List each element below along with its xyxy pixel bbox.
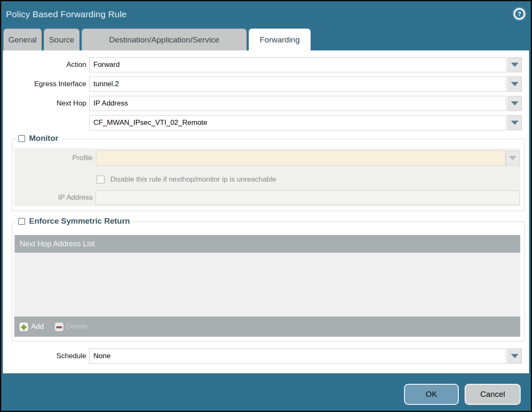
next-hop-dropdown-button[interactable] — [508, 96, 522, 111]
schedule-select[interactable]: None — [89, 349, 506, 364]
enforce-symmetric-return-checkbox[interactable] — [18, 218, 25, 225]
action-select[interactable]: Forward — [89, 57, 506, 72]
action-row: Action Forward — [3, 57, 529, 72]
help-icon: ? — [518, 11, 521, 17]
action-dropdown-button[interactable] — [508, 57, 522, 72]
next-hop-address-field[interactable]: CF_MWAN_IPsec_VTI_02_Remote — [89, 115, 506, 130]
monitor-checkbox[interactable] — [18, 135, 25, 142]
add-button[interactable]: Add — [19, 322, 44, 331]
profile-row: Profile — [14, 151, 520, 166]
next-hop-address-row: CF_MWAN_IPsec_VTI_02_Remote — [3, 115, 529, 130]
action-label: Action — [3, 57, 86, 72]
monitor-legend: Monitor — [16, 134, 62, 143]
chevron-down-icon — [511, 63, 519, 67]
next-hop-label: Next Hop — [3, 96, 86, 111]
egress-interface-dropdown-button[interactable] — [508, 77, 522, 92]
table-header-next-hop-address-list[interactable]: Next Hop Address List — [14, 235, 520, 253]
ip-address-field — [96, 190, 520, 205]
chevron-down-icon — [511, 101, 519, 106]
profile-label: Profile — [14, 151, 93, 166]
next-hop-row: Next Hop IP Address — [3, 96, 529, 111]
disable-rule-row: Disable this rule if nexthop/monitor ip … — [14, 174, 520, 185]
tab-destination-application-service-label: Destination/Application/Service — [109, 35, 219, 45]
page-title: Policy Based Forwarding Rule — [6, 9, 127, 19]
profile-field — [96, 151, 505, 166]
ok-button[interactable]: OK — [404, 384, 459, 405]
monitor-section: Monitor Profile Disable this rule if nex… — [12, 139, 525, 211]
add-button-label: Add — [31, 322, 44, 331]
plus-icon — [19, 322, 28, 331]
next-hop-address-dropdown-button[interactable] — [508, 115, 522, 130]
next-hop-type-select[interactable]: IP Address — [89, 96, 506, 111]
monitor-legend-label: Monitor — [29, 134, 59, 143]
forwarding-tab-panel: Action Forward Egress Interface tunnel.2… — [3, 50, 529, 373]
schedule-dropdown-button[interactable] — [508, 349, 522, 364]
monitor-ip-address-row: IP Address — [14, 190, 520, 205]
ip-address-label: IP Address — [14, 190, 93, 205]
delete-button: Delete — [55, 322, 87, 331]
next-hop-address-list-body — [14, 253, 520, 317]
enforce-symmetric-return-legend-label: Enforce Symmetric Return — [29, 217, 130, 226]
tab-forwarding[interactable]: Forwarding — [249, 29, 311, 50]
delete-button-label: Delete — [66, 322, 87, 331]
chevron-down-icon — [511, 82, 519, 86]
enforce-symmetric-return-legend: Enforce Symmetric Return — [16, 217, 133, 226]
profile-dropdown-button — [505, 151, 520, 166]
tab-source-label: Source — [49, 35, 74, 45]
tab-general-label: General — [8, 35, 37, 45]
chevron-down-icon — [511, 121, 519, 125]
schedule-label: Schedule — [3, 349, 86, 364]
cancel-button[interactable]: Cancel — [465, 384, 521, 405]
egress-interface-label: Egress Interface — [3, 77, 86, 92]
disable-rule-checkbox — [96, 175, 105, 184]
egress-interface-select[interactable]: tunnel.2 — [89, 77, 506, 92]
schedule-row: Schedule None — [3, 349, 529, 364]
tab-general[interactable]: General — [3, 29, 42, 50]
minus-icon — [55, 322, 64, 331]
chevron-down-icon — [509, 156, 516, 160]
next-hop-address-list-toolbar: Add Delete — [14, 317, 520, 337]
tab-forwarding-label: Forwarding — [260, 35, 300, 45]
tab-destination-application-service[interactable]: Destination/Application/Service — [82, 29, 247, 50]
pbf-rule-dialog: Policy Based Forwarding Rule ? General S… — [0, 0, 532, 412]
tab-source[interactable]: Source — [44, 29, 80, 50]
enforce-symmetric-return-section: Enforce Symmetric Return Next Hop Addres… — [12, 222, 525, 341]
disable-rule-label: Disable this rule if nexthop/monitor ip … — [110, 175, 276, 184]
next-hop-address-list-table: Next Hop Address List Add Delete — [14, 235, 520, 337]
monitor-panel: Profile Disable this rule if nexthop/mon… — [14, 148, 520, 206]
chevron-down-icon — [511, 354, 519, 358]
help-button[interactable]: ? — [513, 8, 525, 20]
tab-bar: General Source Destination/Application/S… — [3, 29, 311, 50]
egress-interface-row: Egress Interface tunnel.2 — [3, 77, 529, 92]
